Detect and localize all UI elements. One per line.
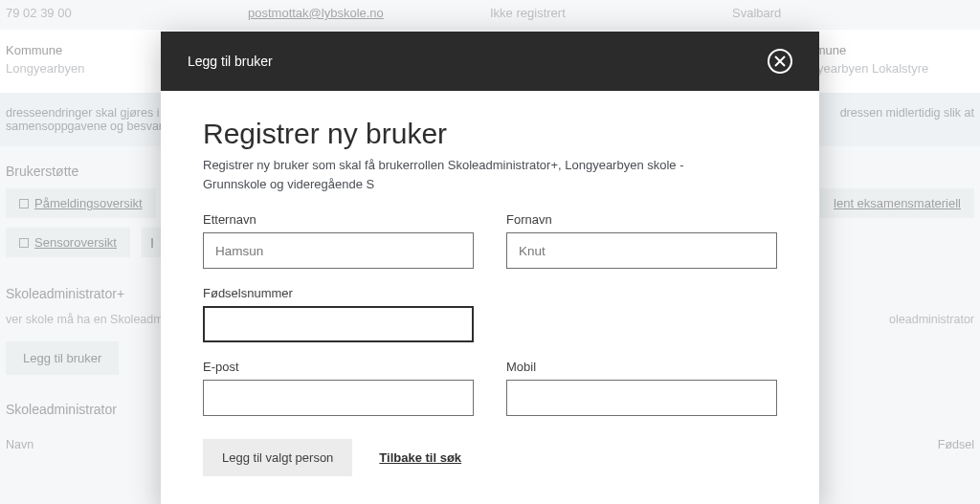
- modal-title: Legg til bruker: [188, 54, 768, 69]
- fodselsnummer-label: Fødselsnummer: [203, 286, 474, 300]
- close-icon: [774, 55, 786, 67]
- modal-header: Legg til bruker: [161, 32, 819, 91]
- close-button[interactable]: [768, 49, 792, 74]
- fodselsnummer-input[interactable]: [203, 306, 474, 342]
- register-user-modal: Legg til bruker Registrer ny bruker Regi…: [161, 32, 819, 504]
- mobil-label: Mobil: [506, 360, 777, 374]
- epost-label: E-post: [203, 360, 474, 374]
- back-to-search-link[interactable]: Tilbake til søk: [379, 450, 461, 465]
- submit-button[interactable]: Legg til valgt person: [203, 439, 352, 476]
- etternavn-label: Etternavn: [203, 212, 474, 227]
- fornavn-label: Fornavn: [506, 212, 777, 227]
- mobil-input[interactable]: [506, 380, 777, 416]
- modal-heading: Registrer ny bruker: [203, 118, 777, 150]
- epost-input[interactable]: [203, 380, 474, 416]
- fornavn-input[interactable]: [506, 232, 777, 269]
- modal-lead: Registrer ny bruker som skal få brukerro…: [203, 156, 739, 193]
- etternavn-input[interactable]: [203, 232, 474, 269]
- modal-body: Registrer ny bruker Registrer ny bruker …: [161, 91, 819, 504]
